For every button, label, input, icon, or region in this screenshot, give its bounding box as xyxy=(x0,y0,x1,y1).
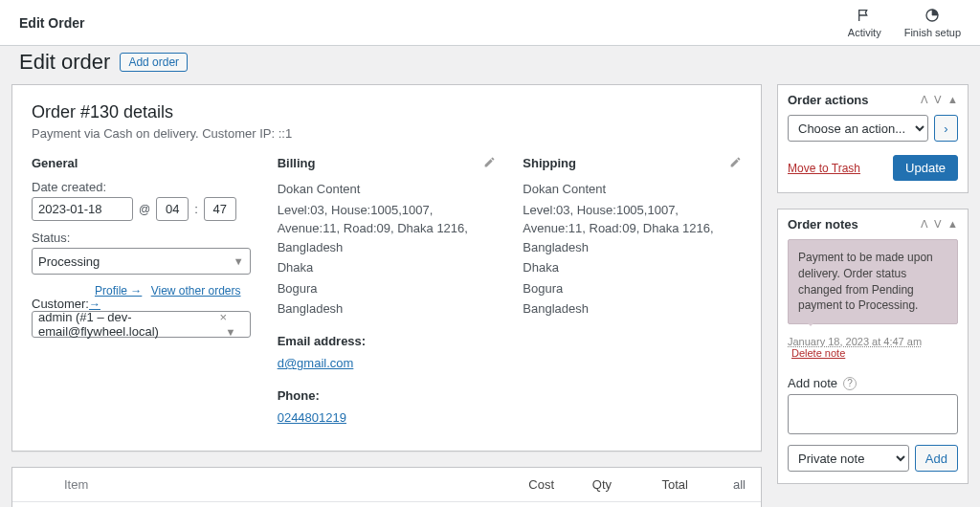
pencil-icon xyxy=(483,157,496,171)
flag-icon xyxy=(857,8,872,25)
billing-heading: Billing xyxy=(278,156,497,170)
col-total: Total xyxy=(612,477,688,492)
col-all: all xyxy=(688,477,746,492)
billing-line1: Level:03, House:1005,1007, Avenue:11, Ro… xyxy=(278,201,497,257)
billing-email-link[interactable]: d@gmail.com xyxy=(278,356,354,370)
move-down-icon[interactable]: ᐯ xyxy=(934,94,942,106)
status-select[interactable]: Processing ▼ xyxy=(32,248,251,275)
shipping-district: Bogura xyxy=(523,279,742,298)
hour-input[interactable] xyxy=(156,197,189,221)
time-colon: : xyxy=(194,202,198,216)
billing-phone-link[interactable]: 0244801219 xyxy=(278,410,346,425)
date-created-label: Date created: xyxy=(32,180,251,194)
customer-select[interactable]: admin (#1 – dev-email@flywheel.local) × … xyxy=(32,311,251,338)
edit-billing-button[interactable] xyxy=(483,156,496,171)
order-subtitle: Payment via Cash on delivery. Customer I… xyxy=(32,126,742,141)
profile-link[interactable]: Profile → xyxy=(95,284,142,298)
status-value: Processing xyxy=(38,254,100,269)
billing-name: Dokan Content xyxy=(278,180,497,199)
finish-setup-button[interactable]: Finish setup xyxy=(904,8,961,38)
order-note: Payment to be made upon delivery. Order … xyxy=(788,239,958,324)
add-note-label: Add note xyxy=(788,376,837,390)
customer-label: Customer: xyxy=(32,297,89,311)
col-item: Item xyxy=(64,477,487,492)
col-cost: Cost xyxy=(487,477,554,492)
progress-icon xyxy=(924,8,940,25)
edit-shipping-button[interactable] xyxy=(729,156,742,171)
apply-action-button[interactable]: › xyxy=(934,115,958,142)
billing-city: Dhaka xyxy=(278,258,497,277)
delete-note-link[interactable]: Delete note xyxy=(791,347,845,359)
update-button[interactable]: Update xyxy=(893,155,958,181)
move-to-trash-link[interactable]: Move to Trash xyxy=(788,162,860,175)
chevron-down-icon: ▼ xyxy=(234,255,244,267)
col-qty: Qty xyxy=(554,477,612,492)
order-action-select[interactable]: Choose an action... xyxy=(788,115,928,142)
chevron-down-icon: ▼ xyxy=(225,326,235,338)
shipping-line1: Level:03, House:1005,1007, Avenue:11, Ro… xyxy=(523,201,742,257)
toggle-icon[interactable]: ▲ xyxy=(947,218,958,231)
phone-label: Phone: xyxy=(278,386,497,406)
note-textarea[interactable] xyxy=(788,394,958,434)
general-heading: General xyxy=(32,156,251,170)
date-input[interactable] xyxy=(32,197,133,221)
at-symbol: @ xyxy=(139,203,150,216)
move-up-icon[interactable]: ᐱ xyxy=(921,218,928,231)
chevron-right-icon: › xyxy=(944,121,947,136)
order-title: Order #130 details xyxy=(32,102,742,122)
page-heading: Edit order xyxy=(19,50,110,75)
email-label: Email address: xyxy=(278,332,497,351)
clear-customer-icon[interactable]: × xyxy=(219,310,227,324)
activity-button[interactable]: Activity xyxy=(848,8,881,38)
customer-value: admin (#1 – dev-email@flywheel.local) xyxy=(38,310,219,339)
line-item-row: 🧥 Dummy Beanie SKU: dummy-beanie $18.00 … xyxy=(12,502,761,508)
move-up-icon[interactable]: ᐱ xyxy=(921,94,928,106)
finish-label: Finish setup xyxy=(904,27,961,38)
note-timestamp: January 18, 2023 at 4:47 am xyxy=(788,336,922,347)
page-title: Edit Order xyxy=(19,15,84,31)
add-order-button[interactable]: Add order xyxy=(120,53,188,72)
minute-input[interactable] xyxy=(204,197,236,221)
order-actions-title: Order actions xyxy=(788,93,869,107)
note-type-select[interactable]: Private note xyxy=(788,445,909,472)
pencil-icon xyxy=(729,157,742,171)
move-down-icon[interactable]: ᐯ xyxy=(934,218,942,231)
shipping-country: Bangladesh xyxy=(523,299,742,319)
status-label: Status: xyxy=(32,231,251,245)
add-note-button[interactable]: Add xyxy=(915,445,958,472)
toggle-icon[interactable]: ▲ xyxy=(947,94,958,106)
billing-country: Bangladesh xyxy=(278,299,497,319)
billing-district: Bogura xyxy=(278,279,497,298)
help-icon[interactable]: ? xyxy=(843,377,857,390)
shipping-name: Dokan Content xyxy=(523,180,742,199)
activity-label: Activity xyxy=(848,27,881,38)
order-notes-title: Order notes xyxy=(788,217,858,231)
shipping-heading: Shipping xyxy=(523,156,742,170)
shipping-city: Dhaka xyxy=(523,258,742,277)
